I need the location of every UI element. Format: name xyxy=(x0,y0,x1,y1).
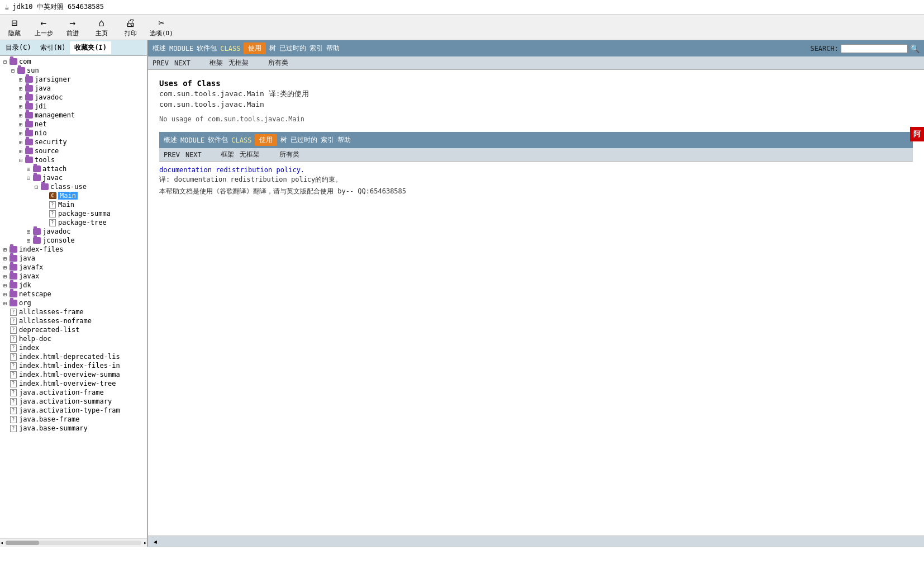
tree-item[interactable]: ⊟javac xyxy=(1,173,146,182)
nav-class[interactable]: CLASS xyxy=(220,45,240,53)
tree-expand-icon[interactable]: ⊞ xyxy=(1,255,9,262)
tree-item[interactable]: ⊞nio xyxy=(1,129,146,138)
tree-expand-icon[interactable]: ⊞ xyxy=(25,229,32,235)
tree-item[interactable]: ⊟sun xyxy=(1,66,146,75)
tree-item[interactable]: ⊞javadoc xyxy=(1,227,146,236)
scroll-left-arrow[interactable]: ◂ xyxy=(0,539,3,546)
hide-button[interactable]: ⊟ 隐藏 xyxy=(4,17,25,37)
nav2-help[interactable]: 帮助 xyxy=(337,135,351,145)
tree-expand-icon[interactable]: ⊟ xyxy=(32,184,40,190)
left-bottom-scrollbar[interactable]: ◂ ▸ xyxy=(0,538,147,547)
tree-expand-icon[interactable]: ⊞ xyxy=(17,139,25,145)
back-button[interactable]: ← 上一步 xyxy=(34,17,54,37)
tree-expand-icon[interactable]: ⊞ xyxy=(25,166,32,172)
nav2-use-active[interactable]: 使用 xyxy=(255,134,277,146)
tree-item[interactable]: ⊞java xyxy=(1,254,146,263)
tree-item[interactable]: ⊞javadoc xyxy=(1,93,146,102)
tree-item[interactable]: ⊞jdi xyxy=(1,102,146,111)
tree-expand-icon[interactable]: ⊞ xyxy=(1,264,9,271)
tree-expand-icon[interactable]: ⊞ xyxy=(1,247,9,253)
tree-item[interactable]: java.base-frame xyxy=(1,415,146,424)
nav-overview[interactable]: 概述 xyxy=(153,44,166,53)
tree-item[interactable]: ⊞security xyxy=(1,138,146,146)
prev-link[interactable]: PREV xyxy=(153,59,169,67)
tree-item[interactable]: ⊟tools xyxy=(1,155,146,164)
tree-item[interactable]: ⊞javafx xyxy=(1,263,146,272)
home-button[interactable]: ⌂ 主页 xyxy=(92,17,112,37)
tree-item[interactable]: ⊞org xyxy=(1,299,146,307)
tree-item[interactable]: deprecated-list xyxy=(1,325,146,334)
scroll-thumb[interactable] xyxy=(6,541,39,545)
tree-item[interactable]: java.activation-summary xyxy=(1,397,146,406)
tree-item[interactable]: index.html-index-files-in xyxy=(1,361,146,370)
tree-item[interactable]: index.html-overview-summa xyxy=(1,370,146,379)
nav-module[interactable]: MODULE xyxy=(169,45,193,53)
nav2-tree[interactable]: 树 xyxy=(280,135,287,145)
tree-expand-icon[interactable]: ⊞ xyxy=(1,291,9,297)
tree-item[interactable]: java.activation-frame xyxy=(1,388,146,397)
tree-expand-icon[interactable]: ⊞ xyxy=(25,238,32,244)
nav-deprecated[interactable]: 已过时的 xyxy=(279,44,306,53)
tree-expand-icon[interactable]: ⊞ xyxy=(1,273,9,280)
tree-expand-icon[interactable]: ⊞ xyxy=(17,148,25,154)
tree-item[interactable]: ⊞attach xyxy=(1,164,146,173)
tree-item[interactable]: ⊟com xyxy=(1,57,146,66)
tree-item[interactable]: index.html-overview-tree xyxy=(1,379,146,388)
options-button[interactable]: ✂ 选项(O) xyxy=(150,17,173,37)
nav-tree[interactable]: 树 xyxy=(269,44,276,53)
tree-item[interactable]: ⊞netscape xyxy=(1,290,146,299)
tree-expand-icon[interactable]: ⊞ xyxy=(17,103,25,110)
tree-item[interactable]: allclasses-noframe xyxy=(1,316,146,325)
tree-expand-icon[interactable]: ⊟ xyxy=(1,59,9,65)
tree-item[interactable]: ⊟class-use xyxy=(1,182,146,191)
nav-help[interactable]: 帮助 xyxy=(326,44,340,53)
tree-expand-icon[interactable]: ⊞ xyxy=(17,121,25,127)
noframe-link-2[interactable]: 无框架 xyxy=(240,150,260,159)
tree-item[interactable]: ⊞net xyxy=(1,120,146,129)
tree-item[interactable]: ⊞jarsigner xyxy=(1,75,146,84)
next-link[interactable]: NEXT xyxy=(174,59,190,67)
tree-expand-icon[interactable]: ⊞ xyxy=(17,130,25,136)
nav2-package[interactable]: 软件包 xyxy=(208,135,228,145)
scroll-track[interactable] xyxy=(6,541,141,545)
print-button[interactable]: 🖨 打印 xyxy=(121,17,141,37)
tree-item[interactable]: ⊞jconsole xyxy=(1,236,146,245)
tree-item[interactable]: ⊞index-files xyxy=(1,245,146,254)
tree-item[interactable]: ⊞management xyxy=(1,111,146,120)
tab-index[interactable]: 索引(N) xyxy=(36,41,70,54)
forward-button[interactable]: → 前进 xyxy=(63,17,83,37)
bottom-arrow[interactable]: ◂ xyxy=(148,536,924,547)
tree-expand-icon[interactable]: ⊟ xyxy=(9,68,17,74)
tree-item[interactable]: Main xyxy=(1,200,146,209)
nav-index[interactable]: 索引 xyxy=(309,44,323,53)
search-input[interactable] xyxy=(841,44,908,53)
tree-item[interactable]: package-tree xyxy=(1,218,146,227)
allclasses-link[interactable]: 所有类 xyxy=(268,58,288,68)
nav2-deprecated[interactable]: 已过时的 xyxy=(290,135,317,145)
tree-item[interactable]: java.base-summary xyxy=(1,424,146,433)
nav2-class[interactable]: CLASS xyxy=(231,136,251,144)
tree-container[interactable]: ⊟com⊟sun⊞jarsigner⊞java⊞javadoc⊞jdi⊞mana… xyxy=(0,56,147,538)
scroll-right-arrow[interactable]: ▸ xyxy=(144,539,147,546)
next-link-2[interactable]: NEXT xyxy=(185,151,202,159)
tree-item[interactable]: help-doc xyxy=(1,334,146,343)
tree-expand-icon[interactable]: ⊞ xyxy=(17,94,25,101)
tree-item[interactable]: ⊞javax xyxy=(1,272,146,281)
tree-expand-icon[interactable]: ⊞ xyxy=(17,86,25,92)
tree-item[interactable]: CMain xyxy=(1,191,146,200)
search-icon[interactable]: 🔍 xyxy=(910,44,920,53)
nav-package[interactable]: 软件包 xyxy=(197,44,217,53)
tree-expand-icon[interactable]: ⊞ xyxy=(17,112,25,119)
nav2-module[interactable]: MODULE xyxy=(180,136,204,144)
frame-link[interactable]: 框架 xyxy=(209,58,223,68)
tree-item[interactable]: ⊞java xyxy=(1,84,146,93)
tree-expand-icon[interactable]: ⊞ xyxy=(1,282,9,288)
nav-use-active[interactable]: 使用 xyxy=(244,42,266,54)
tab-favorites[interactable]: 收藏夹(I) xyxy=(70,41,111,54)
noframe-link[interactable]: 无框架 xyxy=(228,58,249,68)
tree-item[interactable]: java.activation-type-fram xyxy=(1,406,146,415)
tree-item[interactable]: ⊞source xyxy=(1,146,146,155)
tree-item[interactable]: index xyxy=(1,343,146,352)
tree-expand-icon[interactable]: ⊟ xyxy=(25,175,32,181)
allclasses-link-2[interactable]: 所有类 xyxy=(279,150,299,159)
